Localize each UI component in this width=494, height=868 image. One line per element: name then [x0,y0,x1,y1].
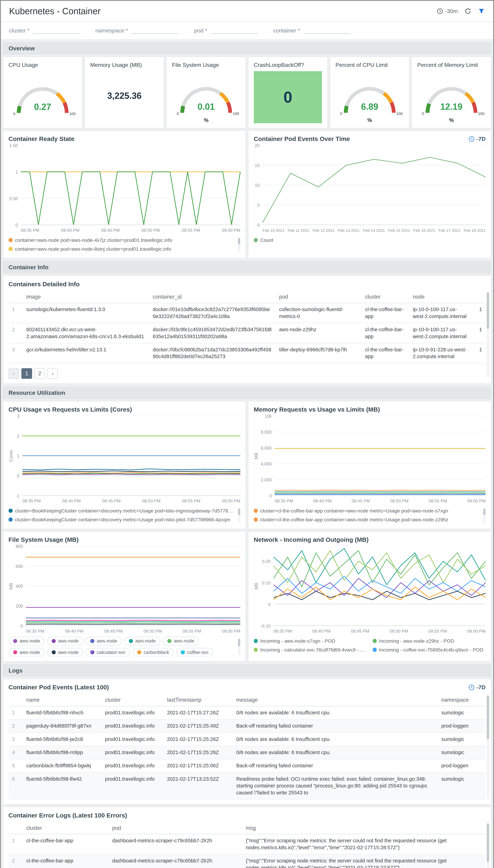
filter-namespace-input[interactable] [132,26,179,34]
column-header[interactable] [471,291,486,303]
table-scrollbar[interactable] [487,823,489,868]
table-row[interactable]: 3fluentd-5fb6b6cf98-jw2c8prod01.travello… [8,733,486,746]
legend-chip[interactable]: aws-node [47,637,83,646]
legend-item[interactable]: Incoming - aws-node-s7xgn - POD [254,637,367,645]
filter-cluster-input[interactable] [33,26,80,34]
legend-color-dot [254,639,258,643]
column-header[interactable]: cluster [101,694,164,706]
y-tick-label: 0 [268,602,271,607]
column-header[interactable]: name [23,694,101,706]
pagination-page[interactable]: 2 [34,368,45,379]
table-scrollbar[interactable] [487,694,489,798]
column-header[interactable]: msg [242,822,486,834]
legend-item[interactable]: Incoming - coffee-svc-75895c4c4b-q9scn -… [373,645,486,654]
table-header-row: clusterpodmsg [8,822,486,834]
gauge-min-label: 0 [422,111,424,116]
column-header[interactable]: message [233,694,438,706]
column-header[interactable]: lastTimestamp [164,694,233,706]
clock-icon [468,136,475,142]
x-tick-label: 08:45 PM [351,629,369,634]
legend-scrollbar[interactable] [238,638,241,655]
table-scrollbar[interactable] [487,291,489,378]
legend-item[interactable]: container=aws-node pod=aws-node-8stnj cl… [8,245,235,253]
legend-label: cluster=cl-the-coffee-bar-app container=… [260,517,448,523]
panel-containers-detailed-info: Containers Detailed Info imagecontainer_… [3,275,491,384]
legend-chip[interactable]: aws-node [47,648,83,657]
legend-item[interactable]: cluster=cl-the-coffee-bar-app container=… [254,515,480,524]
fs-usage-gauge: 0.010100 [172,68,241,115]
table-row[interactable]: 5carbonblack-fb9ff9854-bgwkjprod01.trave… [8,759,486,772]
x-tick-label: Feb 12 2021 [312,228,335,233]
series-line [26,620,240,621]
table-row[interactable]: 4fluentd-5fb6b6cf98-rn9ppprod01.travello… [8,746,486,759]
table-row[interactable]: 3gcr.io/kubernetes-helm/tiller:v2.13.1do… [8,343,486,363]
legend-item[interactable]: Incoming - calculator-svc-76cdf7fd69-4vw… [254,645,367,654]
gauge-max-label: 100 [233,111,239,116]
x-tick-label: 08:40 PM [312,629,331,634]
legend-chip[interactable]: aws-node [163,637,199,646]
legend-chip[interactable]: aws-node [8,637,45,646]
legend-chip[interactable]: aws-node [86,637,122,646]
table-cell: 2021-02-17T15:25:26Z [164,746,233,759]
table-cell: aws-node-z29hz [276,323,362,343]
legend-scrollbar[interactable] [238,237,241,252]
filter-container: container * [273,26,350,34]
table-row[interactable]: 1sumologic/kubernetes-fluentd:1.3.0docke… [8,303,486,323]
pod-events-legend: Count [254,236,486,245]
table-row[interactable]: 2602401143452.dkr.ecr.us-west-2.amazonaw… [8,323,486,343]
legend-item[interactable]: cluster=BookKeepingCluster container=dis… [8,515,235,524]
filter-button[interactable] [478,8,485,15]
filter-label: pod * [194,27,207,34]
column-header[interactable]: pod [109,822,242,834]
time-range-control[interactable]: -30m [437,8,458,14]
table-cell: ip-10-0-91-228.us-west-2.compute.interna… [409,343,471,363]
legend-chip[interactable]: aws-node [124,637,160,646]
memory-chart: MB02,0004,0006,0008,00010k08:35 PM08:40 … [254,416,486,504]
y-tick-label: 600 [16,564,23,569]
filter-pod-input[interactable] [211,26,258,34]
legend-item[interactable]: Count [254,236,486,245]
column-header[interactable]: node [409,291,471,303]
legend-item[interactable]: cluster=cl-the-coffee-bar-app container=… [254,506,480,515]
legend-scrollbar[interactable] [483,508,486,523]
table-cell: Readiness probe failed: OCI runtime exec… [233,772,438,799]
gauge-value: 0.01 [172,101,241,112]
legend-item[interactable]: cluster=BookKeepingCluster container=dis… [8,506,235,515]
x-tick-label: 09:00 PM [222,228,240,233]
legend-color-dot [254,648,258,652]
refresh-button[interactable] [464,8,471,15]
section-logs: Logs [3,664,491,677]
pagination-prev[interactable]: ‹ [8,368,19,379]
column-header[interactable]: image [23,291,149,303]
row-index: 3 [8,733,23,746]
panel-time-range[interactable]: -7D [468,684,486,691]
column-header[interactable]: pod [276,291,362,303]
legend-item[interactable]: Incoming - aws-node-z29hz - POD [373,637,486,645]
chart-canvas [274,416,486,495]
table-row[interactable]: 1cl-the-coffee-bar-appdashboard-metrics-… [8,834,486,854]
x-tick-label: Feb 18 2021 [463,228,486,233]
column-header[interactable]: namespace [438,694,486,706]
column-header[interactable]: container_id [149,291,276,303]
series-line [22,469,241,470]
legend-chip[interactable]: calculator-svc [86,648,130,657]
panel-time-range[interactable]: -7D [468,136,486,142]
table-row[interactable]: 1fluentd-5fb6b6cf98-nhvchprod01.travello… [8,706,486,719]
legend-color-dot [8,247,13,251]
legend-item[interactable]: container=aws-node pod=aws-node-4x7jz cl… [8,236,235,245]
table-row[interactable]: 2cl-the-coffee-bar-appdashboard-metrics-… [8,854,486,868]
table-row[interactable]: 2pagerduty-84d685f79f-g87xnprod01.travel… [8,719,486,733]
pagination-page[interactable]: 1 [21,368,32,379]
gauge-segment [384,93,392,102]
y-axis-title: MB [8,546,14,626]
legend-chip[interactable]: aws-node [8,648,45,657]
column-header[interactable]: cluster [23,822,109,834]
legend-scrollbar[interactable] [238,508,241,523]
legend-chip[interactable]: carbonblack [133,648,174,657]
table-cell: prod01.travellogic.info [101,706,164,719]
filter-container-input[interactable] [303,26,350,34]
table-row[interactable]: 6fluentd-5fb6b6cf98-lfw42prod01.travello… [8,772,486,799]
pagination-next[interactable]: › [48,368,58,379]
legend-chip[interactable]: coffee-svc [176,648,213,657]
column-header[interactable]: cluster [362,291,409,303]
